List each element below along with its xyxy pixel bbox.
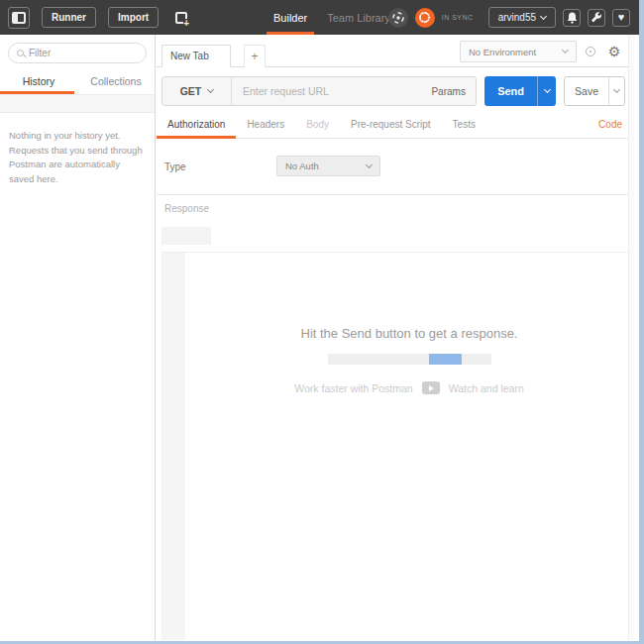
request-tabstrip: New Tab + No Environment ⚙ [157, 35, 633, 67]
save-button-group: Save [564, 76, 625, 106]
search-icon [17, 50, 24, 56]
request-bar: GET Params Send Save [161, 76, 625, 106]
response-section-header: Response [157, 195, 633, 221]
open-request-tab[interactable]: New Tab [161, 45, 231, 67]
tab-pre-request-script[interactable]: Pre-request Script [340, 111, 442, 138]
chevron-down-icon [562, 47, 569, 54]
environment-quicklook-button[interactable] [581, 42, 600, 61]
filter-box [8, 43, 147, 63]
response-empty-state: Hit the Send button to get a response. W… [185, 253, 633, 640]
environment-select[interactable]: No Environment [460, 41, 577, 62]
response-panel: Hit the Send button to get a response. W… [161, 252, 633, 640]
top-nav: Builder Team Library [273, 0, 390, 35]
send-button[interactable]: Send [484, 76, 537, 106]
new-window-icon [175, 12, 187, 24]
sidebar: History Collections Nothing in your hist… [0, 35, 156, 640]
promo-row: Work faster with Postman Watch and learn [294, 381, 524, 394]
filter-input[interactable] [29, 48, 138, 58]
method-select[interactable]: GET [162, 77, 232, 105]
history-group-placeholder [0, 94, 155, 113]
settings-wrench-button[interactable] [588, 9, 605, 27]
username-label: arvind55 [498, 12, 536, 23]
auth-type-select[interactable]: No Auth [276, 156, 380, 176]
authorization-editor: Type No Auth [157, 139, 633, 195]
runner-button[interactable]: Runner [42, 7, 96, 28]
method-value: GET [180, 85, 202, 97]
response-progress-fill [429, 354, 462, 365]
promo-text: Work faster with Postman [294, 382, 412, 394]
tab-authorization[interactable]: Authorization [157, 111, 236, 138]
gear-icon: ⚙ [608, 44, 621, 59]
chevron-down-icon [540, 12, 547, 19]
auth-type-label: Type [164, 161, 186, 172]
tab-body[interactable]: Body [295, 111, 340, 138]
sidebar-toggle-icon [12, 12, 26, 24]
send-button-group: Send [484, 76, 556, 106]
bell-icon [567, 12, 578, 24]
tab-builder[interactable]: Builder [273, 0, 307, 35]
tab-team-library[interactable]: Team Library [327, 0, 390, 35]
top-bar: Runner Import Builder Team Library [0, 0, 639, 35]
play-video-icon[interactable] [422, 381, 440, 394]
app-window: Runner Import Builder Team Library [0, 0, 639, 641]
url-input[interactable] [232, 77, 421, 105]
history-empty-text: Nothing in your history yet. Requests th… [9, 129, 146, 187]
promo-link[interactable]: Watch and learn [449, 382, 524, 394]
send-options-button[interactable] [537, 76, 556, 106]
new-tab-button[interactable]: + [244, 45, 266, 67]
environment-value: No Environment [469, 47, 536, 57]
top-bar-left: Runner Import [8, 7, 192, 29]
satellite-glyph [391, 11, 405, 25]
heart-icon: ♥ [618, 12, 625, 23]
tab-headers[interactable]: Headers [236, 111, 295, 138]
wrench-icon [590, 12, 602, 24]
chevron-down-icon [613, 86, 620, 93]
notifications-button[interactable] [563, 9, 581, 27]
url-group: GET Params [161, 76, 477, 106]
interceptor-icon[interactable] [388, 8, 408, 28]
sync-glyph [417, 10, 432, 25]
response-gutter [161, 253, 185, 640]
response-empty-title: Hit the Send button to get a response. [301, 326, 518, 341]
params-button[interactable]: Params [421, 77, 476, 105]
code-link[interactable]: Code [598, 119, 622, 130]
sidebar-tab-collections[interactable]: Collections [77, 69, 155, 94]
scrollbar-track[interactable] [628, 35, 634, 640]
auth-type-value: No Auth [285, 161, 319, 171]
sidebar-toggle-button[interactable] [8, 7, 30, 29]
chevron-down-icon [544, 86, 551, 93]
response-tab-placeholder [161, 227, 211, 245]
eye-icon [586, 47, 595, 56]
new-window-button[interactable] [170, 7, 192, 29]
chevron-down-icon [366, 161, 373, 167]
request-editor-tabs: Authorization Headers Body Pre-request S… [157, 111, 633, 139]
environment-controls: No Environment ⚙ [460, 41, 624, 62]
sidebar-tabs: History Collections [0, 69, 155, 94]
response-progress-bar [328, 354, 491, 365]
import-button[interactable]: Import [108, 7, 159, 28]
sidebar-tab-history[interactable]: History [0, 69, 77, 94]
tab-tests[interactable]: Tests [442, 111, 486, 138]
chevron-down-icon [207, 86, 214, 93]
top-bar-right: IN SYNC arvind55 ♥ [388, 0, 630, 35]
environment-settings-button[interactable]: ⚙ [604, 42, 624, 61]
save-button[interactable]: Save [565, 77, 608, 105]
sync-status-icon[interactable] [415, 8, 435, 28]
save-options-button[interactable] [608, 77, 624, 105]
sync-status-label: IN SYNC [442, 14, 474, 21]
builder-pane: New Tab + No Environment ⚙ GET [157, 35, 633, 640]
favorites-button[interactable]: ♥ [612, 9, 630, 27]
user-menu-button[interactable]: arvind55 [488, 7, 556, 28]
